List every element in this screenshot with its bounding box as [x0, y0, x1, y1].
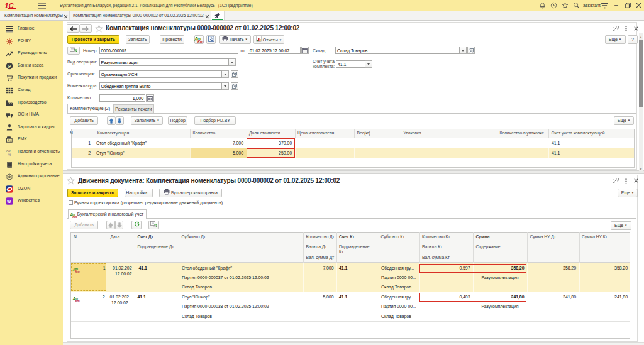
svg-text:P: P: [8, 63, 11, 68]
svg-text:%: %: [8, 153, 11, 156]
svg-text:W: W: [7, 199, 11, 204]
